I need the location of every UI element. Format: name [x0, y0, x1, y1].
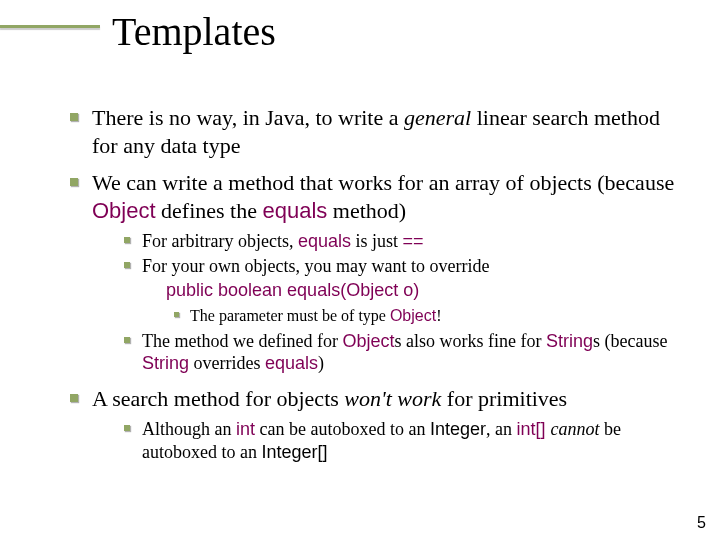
text-sans: Integer[]: [261, 442, 327, 462]
text: The parameter must be of type: [190, 307, 390, 324]
bullet-item: Although an int can be autoboxed to an I…: [118, 418, 690, 463]
text: s (because: [593, 331, 667, 351]
text-italic: general: [404, 105, 471, 130]
text: !: [436, 307, 441, 324]
text: is just: [351, 231, 403, 251]
text: overrides: [189, 353, 265, 373]
code-text: Object: [342, 331, 394, 351]
code-text: String: [142, 353, 189, 373]
bullet-list-level2: For arbitrary objects, equals is just ==…: [118, 230, 690, 375]
code-text: int[]: [517, 419, 551, 439]
code-text: int: [236, 419, 255, 439]
bullet-list-level3: The parameter must be of type Object!: [168, 306, 690, 326]
bullet-list-level2: Although an int can be autoboxed to an I…: [118, 418, 690, 463]
code-text: Object: [390, 307, 436, 324]
text: For arbitrary objects,: [142, 231, 298, 251]
bullet-item: For your own objects, you may want to ov…: [118, 255, 690, 326]
text: ): [318, 353, 324, 373]
code-text: String: [546, 331, 593, 351]
text: We can write a method that works for an …: [92, 170, 674, 195]
text: , an: [486, 419, 517, 439]
text-italic: won't work: [344, 386, 441, 411]
text: There is no way, in Java, to write a: [92, 105, 404, 130]
text-italic: cannot: [551, 419, 600, 439]
text: For your own objects, you may want to ov…: [142, 256, 489, 276]
text: s also works fine for: [394, 331, 545, 351]
text: The method we defined for: [142, 331, 342, 351]
slide-body: There is no way, in Java, to write a gen…: [60, 100, 690, 473]
bullet-item: There is no way, in Java, to write a gen…: [60, 104, 690, 159]
page-number: 5: [697, 514, 706, 532]
code-text: equals: [265, 353, 318, 373]
title-rule-decoration: [0, 25, 100, 28]
code-text: equals: [298, 231, 351, 251]
bullet-item: The method we defined for Objects also w…: [118, 330, 690, 375]
slide: Templates There is no way, in Java, to w…: [0, 0, 720, 540]
text: Although an: [142, 419, 236, 439]
slide-title: Templates: [112, 8, 276, 55]
text: A search method for objects: [92, 386, 344, 411]
code-text: ==: [403, 231, 424, 251]
text: for primitives: [441, 386, 567, 411]
text: defines the: [156, 198, 263, 223]
code-text: equals: [263, 198, 328, 223]
code-line: public boolean equals(Object o): [166, 279, 690, 302]
bullet-item: A search method for objects won't work f…: [60, 385, 690, 464]
bullet-item: We can write a method that works for an …: [60, 169, 690, 375]
code-text: Object: [92, 198, 156, 223]
text-sans: Integer: [430, 419, 486, 439]
bullet-item: For arbitrary objects, equals is just ==: [118, 230, 690, 253]
bullet-list-level1: There is no way, in Java, to write a gen…: [60, 104, 690, 463]
bullet-item: The parameter must be of type Object!: [168, 306, 690, 326]
text: method): [327, 198, 406, 223]
text: can be autoboxed to an: [255, 419, 430, 439]
